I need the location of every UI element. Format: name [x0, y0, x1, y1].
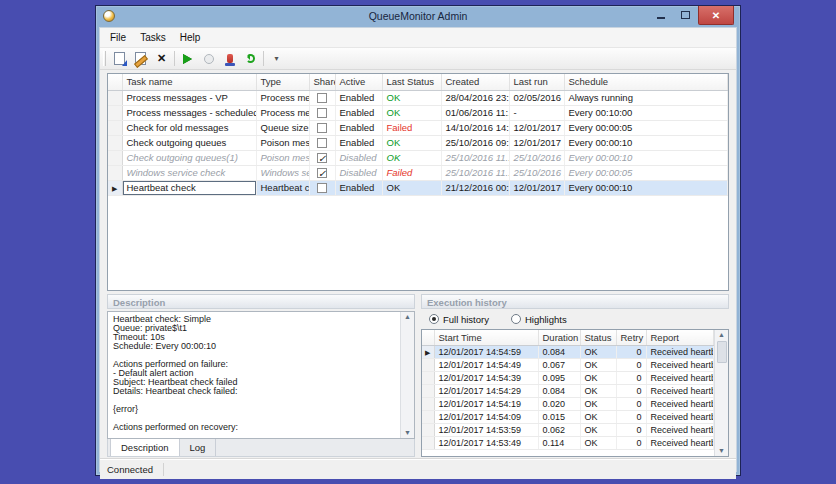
shared-checkbox-cell[interactable]: [309, 105, 335, 120]
task-created-cell: 25/10/2016 09:...: [441, 135, 509, 150]
checkbox-icon[interactable]: [317, 123, 327, 133]
task-row[interactable]: Process messages - VPProcess mes...Enabl…: [108, 90, 728, 105]
col-schedule[interactable]: Schedule: [564, 74, 728, 90]
start-time-cell: 12/01/2017 14:53:49: [434, 436, 538, 449]
checkbox-icon[interactable]: [317, 108, 327, 118]
radio-highlights[interactable]: Highlights: [511, 314, 567, 325]
shared-checkbox-cell[interactable]: [309, 90, 335, 105]
scroll-up-icon[interactable]: ▲: [404, 313, 411, 321]
execution-row[interactable]: 12/01/2017 14:53:590.062OK0Received hear…: [422, 423, 714, 436]
stop-task-button[interactable]: [219, 49, 240, 68]
maximize-button[interactable]: [673, 6, 698, 23]
scroll-up-icon[interactable]: ▲: [718, 331, 725, 339]
task-row[interactable]: Check for old messagesQueue size c...Ena…: [108, 120, 728, 135]
scroll-thumb[interactable]: [717, 341, 727, 363]
task-schedule-cell: Every 00:00:05: [564, 120, 728, 135]
col-task-name[interactable]: Task name: [122, 74, 256, 90]
menu-tasks[interactable]: Tasks: [133, 30, 173, 45]
close-button[interactable]: ✕: [698, 6, 734, 25]
checkbox-icon[interactable]: [317, 138, 327, 148]
row-indicator: [108, 135, 122, 150]
toolbar-overflow-button[interactable]: ▾: [266, 49, 287, 68]
row-indicator: [422, 436, 434, 449]
edit-task-button[interactable]: [130, 49, 151, 68]
task-grid-body: Process messages - VPProcess mes...Enabl…: [108, 90, 728, 195]
schedule-task-button[interactable]: [198, 49, 219, 68]
shared-checkbox-cell[interactable]: [309, 180, 335, 195]
execution-row[interactable]: 12/01/2017 14:54:390.095OK0Received hear…: [422, 371, 714, 384]
shared-checkbox-cell[interactable]: ✓: [309, 165, 335, 180]
titlebar[interactable]: QueueMonitor Admin ✕: [96, 6, 740, 27]
radio-full-history-label: Full history: [443, 314, 489, 325]
col-status[interactable]: Status: [580, 330, 616, 345]
status-cell: OK: [580, 358, 616, 371]
task-row[interactable]: Check outgoing queues(1)Poison mess...✓D…: [108, 150, 728, 165]
run-task-button[interactable]: [177, 49, 198, 68]
col-active[interactable]: Active: [335, 74, 382, 90]
shared-checkbox-cell[interactable]: [309, 120, 335, 135]
execution-row[interactable]: 12/01/2017 14:54:490.067OK0Received hear…: [422, 358, 714, 371]
report-cell: Received heartbeat message...: [646, 397, 714, 410]
task-row[interactable]: Windows service checkWindows se...✓Disab…: [108, 165, 728, 180]
execution-row[interactable]: 12/01/2017 14:54:090.015OK0Received hear…: [422, 410, 714, 423]
execution-row[interactable]: 12/01/2017 14:53:490.114OK0Received hear…: [422, 436, 714, 449]
row-indicator: ▶: [422, 345, 434, 358]
delete-task-button[interactable]: ✕: [151, 49, 172, 68]
tab-log[interactable]: Log: [180, 439, 217, 456]
shared-checkbox-cell[interactable]: ✓: [309, 150, 335, 165]
task-lastrun-cell: 25/10/2016 ...: [509, 165, 564, 180]
execution-row[interactable]: 12/01/2017 14:54:290.084OK0Received hear…: [422, 384, 714, 397]
new-task-button[interactable]: [109, 49, 130, 68]
refresh-button[interactable]: [240, 49, 261, 68]
col-last-status[interactable]: Last Status: [382, 74, 441, 90]
row-indicator: [108, 165, 122, 180]
connection-status: Connected: [107, 464, 153, 475]
menu-file[interactable]: File: [103, 30, 133, 45]
description-text: Heartbeat check: Simple Queue: private$\…: [113, 315, 396, 438]
col-created[interactable]: Created: [441, 74, 509, 90]
radio-full-history[interactable]: Full history: [429, 314, 489, 325]
col-duration[interactable]: Duration: [538, 330, 580, 345]
checkbox-icon[interactable]: ✓: [317, 168, 327, 178]
shared-checkbox-cell[interactable]: [309, 135, 335, 150]
task-status-cell: Failed: [382, 120, 441, 135]
task-type-cell: Process mes...: [256, 105, 309, 120]
task-schedule-cell: Every 00:00:10: [564, 180, 728, 195]
checkbox-icon[interactable]: ✓: [317, 153, 327, 163]
minimize-button[interactable]: [648, 6, 673, 23]
duration-cell: 0.062: [538, 423, 580, 436]
description-scrollbar[interactable]: ▲ ▼: [400, 312, 414, 438]
task-row[interactable]: Check outgoing queuesPoison mess...Enabl…: [108, 135, 728, 150]
col-shared[interactable]: Shared: [309, 74, 335, 90]
scroll-down-icon[interactable]: ▼: [404, 429, 411, 437]
menu-help[interactable]: Help: [173, 30, 208, 45]
task-row[interactable]: ▶Heartbeat checkHeartbeat c...EnabledOK2…: [108, 180, 728, 195]
edit-task-icon: [135, 52, 146, 65]
col-report[interactable]: Report: [646, 330, 714, 345]
report-cell: Received heartbeat message...: [646, 423, 714, 436]
row-indicator: [422, 410, 434, 423]
col-retry[interactable]: Retry: [616, 330, 646, 345]
duration-cell: 0.015: [538, 410, 580, 423]
task-name-cell: Check outgoing queues: [122, 135, 256, 150]
row-indicator: [422, 371, 434, 384]
execution-row[interactable]: 12/01/2017 14:54:190.020OK0Received hear…: [422, 397, 714, 410]
execution-row[interactable]: ▶12/01/2017 14:54:590.084OK0Received hea…: [422, 345, 714, 358]
tab-description[interactable]: Description: [110, 439, 180, 456]
retry-cell: 0: [616, 397, 646, 410]
task-row[interactable]: Process messages - scheduledProcess mes.…: [108, 105, 728, 120]
col-type[interactable]: Type: [256, 74, 309, 90]
retry-cell: 0: [616, 436, 646, 449]
task-name-cell: Process messages - scheduled: [122, 105, 256, 120]
checkbox-icon[interactable]: [317, 183, 327, 193]
checkbox-icon[interactable]: [317, 93, 327, 103]
col-last-run[interactable]: Last run: [509, 74, 564, 90]
task-schedule-cell: Always running: [564, 90, 728, 105]
execution-history-header: Execution history: [421, 294, 729, 309]
execution-scrollbar[interactable]: ▲ ▼: [714, 330, 728, 456]
delete-icon: ✕: [157, 53, 166, 64]
scroll-down-icon[interactable]: ▼: [718, 447, 725, 455]
col-start-time[interactable]: Start Time: [434, 330, 538, 345]
status-cell: OK: [580, 423, 616, 436]
toolbar-grip[interactable]: [103, 51, 106, 66]
